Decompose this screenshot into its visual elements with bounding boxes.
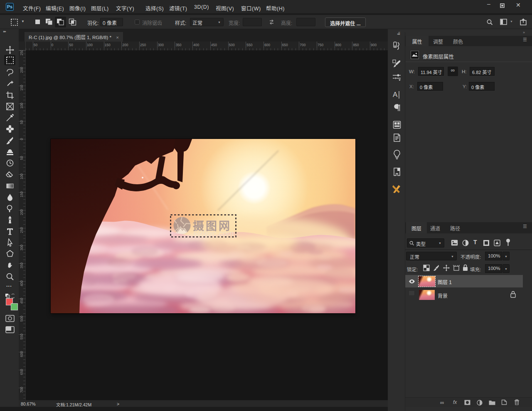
svg-text:699pic.com: 699pic.com: [193, 229, 234, 238]
svg-text:A: A: [393, 91, 398, 99]
